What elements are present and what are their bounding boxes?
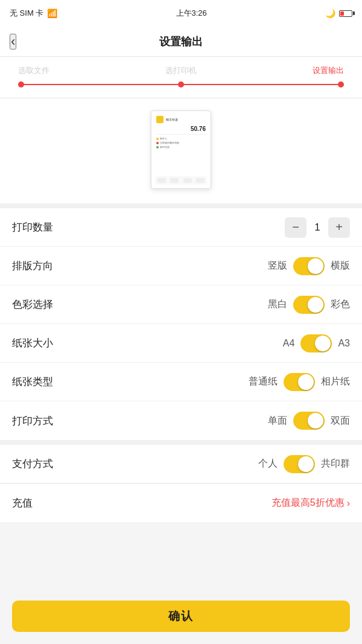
- print-mode-row: 打印方式 单面 双面: [0, 401, 362, 440]
- payment-right-text: 共印群: [321, 457, 350, 470]
- recharge-right: 充值最高5折优惠 ›: [272, 497, 350, 509]
- preview-item-2: 立即超市顺丰时效: [156, 141, 206, 144]
- steps-labels: 选取文件 选打印机 设置输出: [18, 65, 344, 76]
- page-spacer: [0, 522, 362, 576]
- recharge-row[interactable]: 充值 充值最高5折优惠 ›: [0, 483, 362, 522]
- toggle-thumb-3: [315, 336, 331, 351]
- orientation-left-text: 竖版: [268, 260, 287, 272]
- payment-toggle[interactable]: [284, 455, 315, 473]
- toggle-thumb: [308, 258, 323, 274]
- preview-logo: [156, 116, 164, 123]
- quantity-minus-button[interactable]: −: [285, 217, 306, 238]
- status-right: 🌙: [325, 8, 352, 18]
- color-left-text: 黑白: [268, 298, 287, 311]
- quantity-label: 打印数量: [12, 220, 53, 234]
- bottom-area: 确认: [0, 593, 362, 644]
- paper-type-controls: 普通纸 相片纸: [249, 373, 350, 391]
- quantity-controls: − 1 +: [285, 217, 350, 238]
- payment-section: 支付方式 个人 共印群 充值 充值最高5折优惠 ›: [0, 445, 362, 522]
- toggle-thumb-2: [308, 297, 323, 313]
- step-dot-2: [178, 81, 184, 88]
- step-dot-3: [338, 81, 344, 88]
- confirm-button[interactable]: 确认: [12, 601, 350, 632]
- print-mode-toggle[interactable]: [293, 412, 325, 430]
- step-dots: [18, 81, 344, 88]
- print-mode-label: 打印方式: [12, 414, 53, 428]
- preview-card: 顺丰快递 50.76 发件人 立即超市顺丰时效 收件信息: [151, 110, 211, 189]
- preview-divider: [156, 134, 206, 135]
- color-toggle[interactable]: [293, 296, 325, 314]
- step-dot-1: [18, 81, 24, 88]
- payment-row: 支付方式 个人 共印群: [0, 445, 362, 483]
- step3-label: 设置输出: [313, 65, 344, 76]
- preview-title: 顺丰快递: [166, 118, 178, 121]
- paper-type-left-text: 普通纸: [249, 375, 278, 388]
- header: ‹ 设置输出: [0, 27, 362, 57]
- preview-price: 50.76: [156, 126, 206, 132]
- preview-bottom-bar: [155, 176, 207, 185]
- paper-size-controls: A4 A3: [283, 334, 350, 352]
- carrier-text: 无 SIM 卡: [10, 8, 43, 19]
- toggle-thumb-5: [308, 413, 323, 429]
- print-mode-right-text: 双面: [331, 415, 350, 427]
- paper-size-label: 纸张大小: [12, 336, 53, 350]
- preview-item-3: 收件信息: [156, 145, 206, 148]
- payment-controls: 个人 共印群: [258, 455, 350, 473]
- battery-icon: [339, 10, 352, 17]
- paper-type-toggle[interactable]: [284, 373, 315, 391]
- recharge-promo-text: 充值最高5折优惠: [272, 497, 345, 509]
- status-time: 上午3:26: [176, 8, 207, 19]
- section-divider: [0, 440, 362, 445]
- color-right-text: 彩色: [331, 298, 350, 311]
- recharge-arrow-icon: ›: [347, 498, 350, 509]
- progress-section: 选取文件 选打印机 设置输出: [0, 57, 362, 98]
- paper-type-right-text: 相片纸: [321, 375, 350, 388]
- color-controls: 黑白 彩色: [268, 296, 350, 314]
- preview-section: 顺丰快递 50.76 发件人 立即超市顺丰时效 收件信息: [0, 98, 362, 208]
- preview-item-1: 发件人: [156, 137, 206, 140]
- orientation-right-text: 横版: [331, 260, 350, 272]
- paper-type-row: 纸张类型 普通纸 相片纸: [0, 363, 362, 401]
- paper-type-label: 纸张类型: [12, 375, 53, 389]
- recharge-label: 充值: [12, 496, 33, 510]
- step1-label: 选取文件: [18, 65, 49, 76]
- settings-section: 打印数量 − 1 + 排版方向 竖版 横版 色彩选择 黑白 彩色 纸张大小: [0, 208, 362, 440]
- print-mode-left-text: 单面: [268, 415, 287, 427]
- paper-size-row: 纸张大小 A4 A3: [0, 324, 362, 363]
- quantity-row: 打印数量 − 1 +: [0, 208, 362, 247]
- toggle-thumb-6: [298, 456, 314, 472]
- paper-size-right-text: A3: [338, 338, 350, 349]
- status-left: 无 SIM 卡 📶: [10, 8, 57, 19]
- back-button[interactable]: ‹: [10, 34, 16, 49]
- step-line-container: [18, 82, 344, 87]
- orientation-row: 排版方向 竖版 横版: [0, 247, 362, 285]
- quantity-plus-button[interactable]: +: [328, 217, 350, 238]
- moon-icon: 🌙: [325, 8, 335, 18]
- paper-size-toggle[interactable]: [300, 334, 332, 352]
- step2-label: 选打印机: [165, 65, 197, 76]
- print-mode-controls: 单面 双面: [268, 412, 350, 430]
- color-row: 色彩选择 黑白 彩色: [0, 285, 362, 324]
- page-title: 设置输出: [159, 34, 203, 49]
- color-label: 色彩选择: [12, 298, 53, 311]
- toggle-thumb-4: [298, 374, 314, 390]
- wifi-icon: 📶: [47, 8, 57, 18]
- payment-label: 支付方式: [12, 457, 53, 471]
- orientation-controls: 竖版 横版: [268, 257, 350, 275]
- payment-left-text: 个人: [258, 457, 278, 470]
- status-bar: 无 SIM 卡 📶 上午3:26 🌙: [0, 0, 362, 27]
- paper-size-left-text: A4: [283, 338, 295, 349]
- orientation-label: 排版方向: [12, 259, 53, 273]
- quantity-value: 1: [306, 222, 328, 234]
- orientation-toggle[interactable]: [293, 257, 325, 275]
